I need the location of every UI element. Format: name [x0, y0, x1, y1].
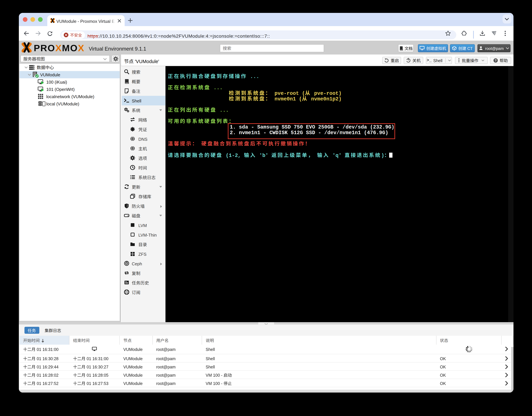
svg-text:?: ? — [495, 58, 497, 62]
